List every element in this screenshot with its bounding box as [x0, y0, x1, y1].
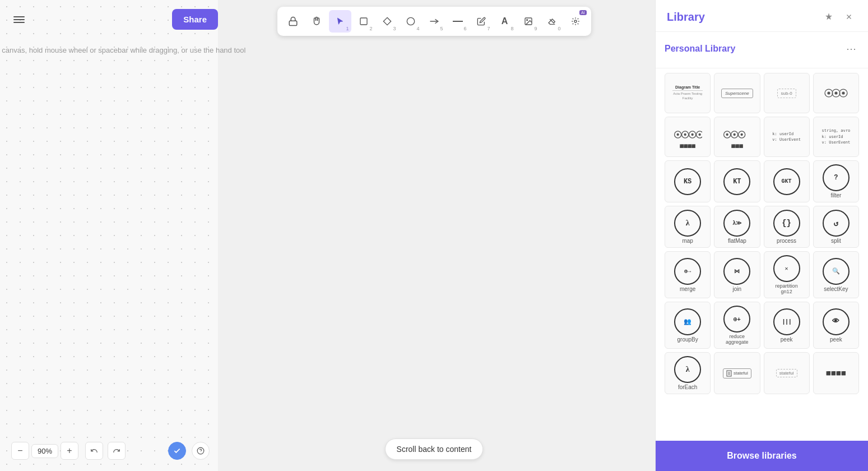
text-tool[interactable]: A 8 [494, 10, 516, 33]
scroll-back-button[interactable]: Scroll back to content [385, 438, 484, 460]
library-item-peek[interactable]: 👁 peek [813, 302, 859, 349]
rectangle-tool[interactable]: 2 [352, 10, 375, 33]
library-panel: Library Personal Library ⋯ [655, 0, 868, 471]
library-item-groupby[interactable]: 👥 groupBy [665, 302, 711, 349]
library-header: Library [656, 0, 868, 32]
hamburger-icon [13, 16, 25, 17]
library-item-foreach[interactable]: λ forEach [665, 352, 711, 394]
library-item-kt[interactable]: KT [714, 160, 760, 202]
toolbar: 1 2 3 4 5 6 [277, 7, 591, 36]
library-item-selectkey[interactable]: 🔍 selectKey [813, 251, 859, 298]
svg-point-29 [726, 133, 728, 135]
browse-libraries-button[interactable]: Browse libraries [656, 441, 868, 471]
help-button[interactable] [192, 442, 210, 460]
library-item-gear3[interactable]: ⬛⬛⬛ [714, 117, 760, 157]
eraser-tool[interactable]: 0 [541, 10, 563, 33]
library-item-ks[interactable]: KS [665, 160, 711, 202]
svg-point-31 [734, 133, 736, 135]
arrow-tool[interactable]: 5 [423, 10, 445, 33]
zoom-level: 90% [31, 444, 58, 458]
library-item-filter[interactable]: ? filter [813, 160, 859, 202]
svg-point-33 [741, 133, 743, 135]
library-item-sub0[interactable]: sub-0 [764, 73, 810, 113]
library-scroll[interactable]: Personal Library ⋯ Diagram Title Acta Pr… [656, 32, 868, 471]
library-grid-row5: ⊕→ merge ⋈ join ✕ repartitiongn12 🔍 sele… [656, 251, 868, 298]
library-item-gkt[interactable]: GKT [764, 160, 810, 202]
canvas[interactable]: To move canvas, hold mouse wheel or spac… [0, 0, 218, 471]
library-item-gear2[interactable]: ⬛⬛⬛⬛ [665, 117, 711, 157]
svg-point-23 [684, 133, 686, 135]
pin-button[interactable] [821, 9, 837, 25]
checkmark-button[interactable] [168, 442, 186, 460]
library-grid-row3: KS KT GKT ? filter [656, 160, 868, 202]
pencil-tool[interactable]: 7 [470, 10, 493, 33]
library-item-stateful-dashed[interactable]: stateful [764, 352, 810, 394]
select-tool[interactable]: 1 [329, 10, 351, 33]
undo-button[interactable] [85, 442, 103, 460]
svg-point-25 [691, 133, 694, 135]
close-library-button[interactable] [841, 9, 857, 25]
personal-library-section: Personal Library ⋯ [656, 32, 868, 68]
library-item-repartitioned[interactable]: ⬛⬛⬛⬛ [813, 352, 859, 394]
svg-point-13 [827, 91, 830, 94]
personal-library-title: Personal Library [665, 44, 735, 54]
library-item-merge[interactable]: ⊕→ merge [665, 251, 711, 298]
library-item-flatmap[interactable]: λ≫ flatMap [714, 206, 760, 248]
library-item-map[interactable]: λ map [665, 206, 711, 248]
library-item-user-event2[interactable]: string, avro k: userId v: UserEvent [813, 117, 859, 157]
svg-point-27 [699, 133, 701, 135]
library-grid-row7: λ forEach stateful stateful ⬛⬛⬛⬛ [656, 352, 868, 394]
library-grid-row4: λ map λ≫ flatMap {} process ↺ split [656, 206, 868, 248]
redo-button[interactable] [108, 442, 126, 460]
hamburger-icon [13, 22, 25, 23]
zoom-out-button[interactable]: − [11, 442, 29, 460]
svg-point-15 [834, 91, 837, 94]
library-item-diagram-title[interactable]: Diagram Title Acta Praem TestingFacility [665, 73, 711, 113]
zoom-controls: − 90% + [11, 442, 126, 460]
library-item-reduce-aggregate[interactable]: ⊕+ reduceaggregate [714, 302, 760, 349]
lock-tool[interactable] [282, 10, 304, 33]
share-button[interactable]: Share [172, 9, 218, 30]
library-item-join[interactable]: ⋈ join [714, 251, 760, 298]
library-item-repartition[interactable]: ✕ repartitiongn12 [764, 251, 810, 298]
library-item-gear-chain[interactable] [813, 73, 859, 113]
personal-library-more-button[interactable]: ⋯ [843, 41, 859, 57]
library-item-count[interactable]: ||| peek [764, 302, 810, 349]
zoom-in-button[interactable]: + [61, 442, 78, 460]
image-tool[interactable]: 9 [517, 10, 540, 33]
svg-point-7 [574, 20, 577, 22]
svg-point-21 [677, 133, 679, 135]
svg-rect-1 [360, 18, 367, 25]
canvas-hint: To move canvas, hold mouse wheel or spac… [0, 46, 245, 54]
library-grid-row1: Diagram Title Acta Praem TestingFacility… [656, 68, 868, 113]
svg-point-17 [842, 91, 844, 94]
ai-tool[interactable]: AI [564, 10, 587, 33]
bottom-right-actions [168, 442, 210, 460]
hand-tool[interactable] [305, 10, 328, 33]
library-item-process[interactable]: {} process [764, 206, 810, 248]
library-item-superscene[interactable]: Superscene [714, 73, 760, 113]
line-tool[interactable]: 6 [447, 10, 469, 33]
library-grid-row2: ⬛⬛⬛⬛ ⬛⬛⬛ k: userId v: UserEvent [656, 117, 868, 157]
svg-point-6 [526, 20, 527, 21]
svg-rect-0 [289, 21, 297, 25]
library-item-split[interactable]: ↺ split [813, 206, 859, 248]
hamburger-icon [13, 19, 25, 20]
library-item-stateful-text[interactable]: stateful [714, 352, 760, 394]
diamond-tool[interactable]: 3 [376, 10, 398, 33]
svg-point-2 [407, 17, 414, 25]
ellipse-tool[interactable]: 4 [400, 10, 422, 33]
library-item-user-event1[interactable]: k: userId v: UserEvent [764, 117, 810, 157]
library-grid-row6: 👥 groupBy ⊕+ reduceaggregate ||| peek 👁 … [656, 302, 868, 349]
library-title: Library [667, 11, 705, 24]
menu-button[interactable] [9, 10, 29, 29]
